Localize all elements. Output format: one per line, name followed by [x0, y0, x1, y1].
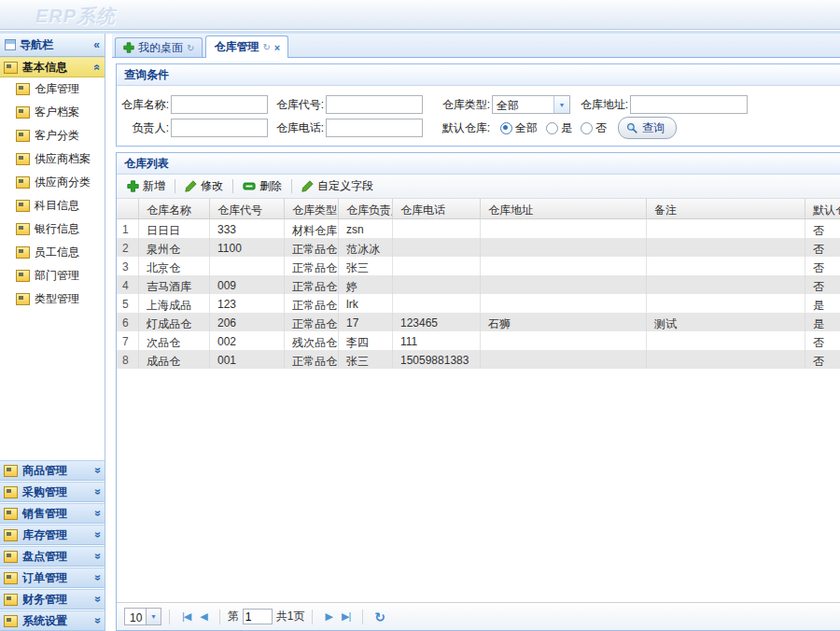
- cell: 灯成品仓: [139, 313, 210, 331]
- page-size-value: 10: [125, 609, 146, 624]
- grid-body: 1日日日333材料仓库zsn否2泉州仓1100正常品仓范冰冰否3北京仓正常品仓张…: [117, 219, 840, 602]
- section-label: 盘点管理: [22, 549, 67, 565]
- folder-card-icon: [16, 246, 30, 259]
- warehouse-address-input[interactable]: [630, 95, 748, 114]
- last-page-button[interactable]: ▶|: [337, 610, 355, 623]
- tab-warehouse-management[interactable]: 仓库管理 ↻ ×: [205, 35, 288, 58]
- green-pencil-icon: [185, 180, 197, 192]
- sidebar-item[interactable]: 部门管理: [0, 264, 105, 287]
- delete-button[interactable]: 删除: [236, 176, 288, 196]
- first-page-button[interactable]: |◀: [177, 610, 195, 623]
- warehouse-name-input[interactable]: [171, 95, 268, 114]
- warehouse-phone-input[interactable]: [326, 119, 423, 137]
- collapse-sidebar-icon[interactable]: «: [93, 39, 100, 50]
- column-header[interactable]: 默认仓库: [805, 199, 840, 218]
- cell: 正常品仓: [285, 238, 339, 257]
- table-row[interactable]: 1日日日333材料仓库zsn否: [117, 219, 840, 238]
- cell: 张三: [339, 350, 393, 369]
- row-number: 2: [117, 238, 139, 257]
- sidebar-item[interactable]: 供应商分类: [0, 171, 105, 194]
- query-panel: 查询条件 仓库名称: 仓库代号: 仓库类型: 全部 ▼ 仓库地址:: [116, 63, 840, 147]
- sidebar-section-header[interactable]: 商品管理«: [0, 460, 105, 481]
- sidebar-item[interactable]: 仓库管理: [0, 77, 105, 101]
- warehouse-phone-label: 仓库电话:: [268, 120, 324, 136]
- close-tab-icon[interactable]: ×: [274, 42, 280, 53]
- window-icon: [5, 39, 16, 50]
- pager-separator: [169, 610, 170, 624]
- sidebar-section-header[interactable]: 订单管理«: [0, 568, 105, 588]
- page-size-select[interactable]: 10 ▼: [124, 608, 161, 625]
- sidebar-item[interactable]: 供应商档案: [0, 147, 105, 171]
- list-panel-header: 仓库列表: [117, 153, 840, 175]
- warehouse-code-input[interactable]: [326, 95, 423, 114]
- cell: 15059881383: [393, 350, 481, 369]
- sidebar-section-header[interactable]: 销售管理«: [0, 503, 105, 524]
- cell: 泉州仓: [139, 238, 210, 257]
- sidebar-item[interactable]: 类型管理: [0, 287, 105, 311]
- column-header[interactable]: 备注: [647, 199, 805, 218]
- radio-yes[interactable]: [546, 122, 558, 134]
- radio-all[interactable]: [500, 122, 512, 134]
- edit-button[interactable]: 修改: [178, 176, 230, 196]
- page-number-input[interactable]: [243, 609, 273, 624]
- prev-page-button[interactable]: ◀: [195, 610, 211, 623]
- warehouse-type-select[interactable]: 全部 ▼: [492, 95, 570, 114]
- table-row[interactable]: 6灯成品仓206正常品仓17123465石狮测试是: [117, 313, 840, 331]
- sidebar-item[interactable]: 科目信息: [0, 194, 105, 217]
- column-header[interactable]: 仓库地址: [481, 199, 647, 218]
- column-header[interactable]: 仓库类型: [285, 199, 339, 218]
- column-header[interactable]: 仓库代号: [210, 199, 285, 218]
- sidebar-section-header[interactable]: 财务管理«: [0, 589, 105, 610]
- table-row[interactable]: 2泉州仓1100正常品仓范冰冰否: [117, 238, 840, 257]
- sidebar-item[interactable]: 客户档案: [0, 101, 105, 124]
- row-number: 8: [117, 350, 139, 369]
- cell: [393, 294, 481, 313]
- table-row[interactable]: 5上海成品123正常品仓lrk是: [117, 294, 840, 313]
- cell: 张三: [339, 257, 393, 275]
- cell: 次品仓: [139, 331, 210, 350]
- tab-my-desktop[interactable]: 我的桌面 ↻: [115, 37, 203, 57]
- cell: [647, 350, 805, 369]
- cell: 正常品仓: [285, 294, 339, 313]
- cell: 1100: [210, 238, 285, 257]
- column-header[interactable]: 仓库电话: [393, 199, 481, 218]
- sidebar-item[interactable]: 客户分类: [0, 124, 105, 147]
- cell: 李四: [339, 331, 393, 350]
- column-header[interactable]: 仓库负责人: [339, 199, 393, 218]
- sidebar-item-label: 客户分类: [35, 128, 79, 144]
- folder-card-icon: [16, 293, 30, 305]
- custom-fields-button[interactable]: 自定义字段: [295, 176, 380, 196]
- sidebar-section-header[interactable]: 系统设置«: [0, 610, 105, 631]
- sidebar-title: 导航栏: [20, 37, 53, 53]
- folder-card-icon: [4, 615, 18, 627]
- sidebar-section-header[interactable]: 盘点管理«: [0, 546, 105, 567]
- search-button-label: 查询: [642, 120, 665, 136]
- cell: [481, 350, 647, 369]
- table-row[interactable]: 4吉马酒库009正常品仓婷否: [117, 275, 840, 294]
- table-row[interactable]: 8成品仓001正常品仓张三15059881383否: [117, 350, 840, 369]
- add-button[interactable]: 新增: [120, 176, 172, 196]
- cell: 正常品仓: [285, 313, 339, 331]
- refresh-icon[interactable]: ↻: [371, 610, 389, 624]
- main-area: 我的桌面 ↻ 仓库管理 ↻ × 查询条件 仓库名称: 仓库代号: 仓库类型:: [112, 34, 840, 631]
- table-row[interactable]: 7次品仓002残次品仓李四111否: [117, 331, 840, 350]
- app-banner: ERP系统: [0, 0, 840, 29]
- cell: 111: [393, 331, 481, 350]
- default-warehouse-label: 默认仓库:: [423, 120, 490, 136]
- sidebar-section-header[interactable]: 库存管理«: [0, 525, 105, 545]
- column-header[interactable]: 仓库名称: [139, 199, 210, 218]
- search-button[interactable]: 查询: [618, 117, 677, 139]
- sidebar-item[interactable]: 银行信息: [0, 217, 105, 241]
- delete-button-label: 删除: [259, 178, 282, 194]
- sidebar-section-basic-info[interactable]: 基本信息 «: [0, 57, 105, 77]
- refresh-tab-icon[interactable]: ↻: [262, 42, 270, 52]
- sidebar-item[interactable]: 员工信息: [0, 241, 105, 264]
- refresh-tab-icon[interactable]: ↻: [187, 43, 194, 53]
- cell: [393, 238, 481, 257]
- cell: [481, 238, 647, 257]
- table-row[interactable]: 3北京仓正常品仓张三否: [117, 257, 840, 275]
- manager-input[interactable]: [171, 119, 268, 137]
- next-page-button[interactable]: ▶: [320, 610, 336, 623]
- sidebar-section-header[interactable]: 采购管理«: [0, 482, 105, 502]
- radio-no[interactable]: [581, 122, 593, 134]
